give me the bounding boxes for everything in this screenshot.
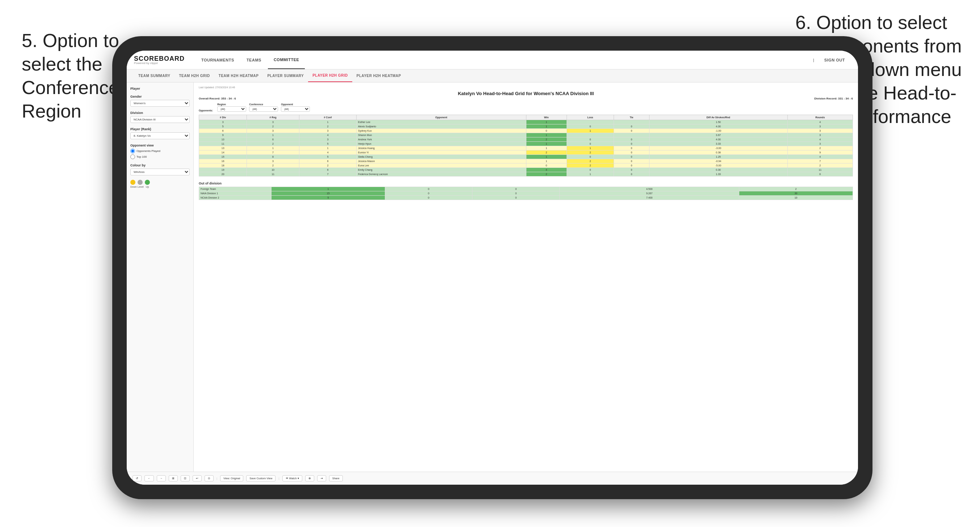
sidebar-colour-by-section: Colour by Win/loss — [130, 163, 190, 175]
player-rank-select[interactable]: 8. Katelyn Vo — [130, 132, 190, 139]
cell-tie: 0 — [614, 151, 649, 155]
logo-sub: Powered by clippd — [134, 62, 185, 65]
nav-tab-tournaments[interactable]: TOURNAMENTS — [196, 51, 240, 69]
cell-tie: 0 — [614, 142, 649, 146]
nav-tab-committee[interactable]: COMMITTEE — [268, 51, 305, 69]
division-record: Division Record: 331 - 34 - 6 — [814, 97, 853, 100]
toolbar-export[interactable]: ⊕ — [305, 475, 314, 481]
out-of-division-table: Foreign Team 1 0 0 4.500 2 NAIA Division… — [199, 187, 853, 200]
radio-opponents-played[interactable]: Opponents Played — [130, 149, 190, 153]
cell-rounds: 9 — [788, 151, 853, 155]
cell-opponent: Emily Chang — [356, 168, 527, 172]
cell-tie: 0 — [614, 146, 649, 151]
cell-rounds: 11 — [788, 168, 853, 172]
cell-reg: 2 — [247, 163, 299, 168]
cell-reg: 3 — [247, 120, 299, 124]
radio-top-100[interactable]: Top 100 — [130, 154, 190, 159]
cell-conf: 3 — [299, 137, 356, 142]
cell-diff: 7.400 — [560, 196, 739, 200]
cell-win: 1 — [272, 187, 385, 191]
dot-labels: Down Level Up — [130, 186, 190, 188]
cell-tie: 0 — [473, 196, 560, 200]
sub-nav-player-h2h-heatmap[interactable]: PLAYER H2H HEATMAP — [352, 70, 406, 82]
cell-conf: 1 — [299, 120, 356, 124]
cell-reg: 10 — [247, 168, 299, 172]
cell-opponent: NCAA Division 2 — [199, 196, 272, 200]
cell-win: 2 — [526, 137, 566, 142]
sub-nav-player-summary[interactable]: PLAYER SUMMARY — [263, 70, 308, 82]
col-header-reg: # Reg — [247, 115, 299, 120]
cell-opponent: Jessica Mason — [356, 159, 527, 163]
cell-loss: 0 — [566, 137, 614, 142]
table-row: NCAA Division 2 5 0 0 7.400 10 — [199, 196, 853, 200]
cell-conf: 1 — [299, 146, 356, 151]
toolbar-sep-1: | — [216, 477, 217, 480]
conference-filter-select[interactable]: (All) — [249, 106, 278, 112]
sub-nav-team-summary[interactable]: TEAM SUMMARY — [134, 70, 175, 82]
toolbar-back[interactable]: ← — [145, 475, 154, 481]
cell-rounds: 3 — [788, 129, 853, 133]
cell-conf: 2 — [299, 124, 356, 129]
opponent-filter-select[interactable]: (All) — [281, 106, 310, 112]
toolbar-undo[interactable]: ↺ — [132, 475, 142, 481]
sign-out-link[interactable]: Sign out — [819, 56, 851, 64]
cell-conf: 5 — [299, 155, 356, 159]
division-select[interactable]: NCAA Division III — [130, 116, 190, 123]
toolbar-grid[interactable]: ⊞ — [169, 475, 178, 481]
toolbar-share[interactable]: Share — [329, 475, 343, 481]
dot-up — [145, 180, 150, 185]
cell-rounds: 2 — [739, 187, 853, 191]
toolbar-sep-2: | — [278, 477, 279, 480]
toolbar-clock[interactable]: ⊙ — [205, 475, 213, 481]
out-of-division-title: Out of division — [199, 182, 853, 185]
cell-opponent: Foreign Team — [199, 187, 272, 191]
cell-loss: 0 — [566, 142, 614, 146]
toolbar-return[interactable]: ↩ — [192, 475, 202, 481]
cell-loss: 0 — [566, 168, 614, 172]
tablet-shell: SCOREBOARD Powered by clippd TOURNAMENTS… — [112, 36, 872, 499]
cell-opponent: Jessica Huang — [356, 146, 527, 151]
cell-rounds: 4 — [788, 120, 853, 124]
cell-rounds: 7 — [788, 159, 853, 163]
toolbar-layout[interactable]: ⊡ — [181, 475, 190, 481]
cell-conf: 5 — [299, 142, 356, 146]
toolbar-forward[interactable]: → — [157, 475, 166, 481]
record-row: Overall Record: 353 - 34 - 6 Division Re… — [199, 97, 853, 100]
cell-rounds: 4 — [788, 137, 853, 142]
table-row: 19 10 6 Emily Chang 4 0 0 0.30 11 — [199, 168, 853, 172]
cell-reg: 6 — [247, 137, 299, 142]
table-row: 3 3 1 Esther Lee 1 1.50 4 — [199, 120, 853, 124]
legend-up-label: Up — [145, 186, 150, 188]
cell-diff: 0.30 — [649, 168, 788, 172]
cell-div: 14 — [199, 151, 247, 155]
cell-diff: -0.94 — [649, 159, 788, 163]
sidebar-player-label: Player — [130, 87, 190, 90]
cell-tie: 0 — [614, 155, 649, 159]
opponents-label: Opponents: — [199, 109, 213, 112]
cell-conf: 4 — [299, 151, 356, 155]
sub-nav-player-h2h-grid[interactable]: PLAYER H2H GRID — [308, 70, 352, 82]
gender-select[interactable]: Women's — [130, 100, 190, 107]
toolbar-share-expand[interactable]: ⇥ — [317, 475, 326, 481]
cell-opponent: Andrea York — [356, 137, 527, 142]
cell-loss — [566, 133, 614, 137]
colour-by-select[interactable]: Win/loss — [130, 168, 190, 175]
cell-opponent: Esther Lee — [356, 120, 527, 124]
toolbar-watch[interactable]: 👁 Watch ▾ — [282, 475, 302, 481]
cell-win: 1 — [526, 120, 566, 124]
sub-nav-team-h2h-heatmap[interactable]: TEAM H2H HEATMAP — [214, 70, 263, 82]
sub-nav-team-h2h-grid[interactable]: TEAM H2H GRID — [175, 70, 214, 82]
update-info: Last Updated: 27/03/2024 10:46 — [199, 86, 853, 89]
sidebar-opponent-view-label: Opponent view — [130, 144, 190, 147]
cell-rounds: 4 — [788, 155, 853, 159]
region-filter-select[interactable]: (All) — [217, 106, 246, 112]
col-header-opponent: Opponent — [356, 115, 527, 120]
nav-tab-teams[interactable]: TEAMS — [241, 51, 267, 69]
header-right: | Sign out — [813, 56, 851, 64]
cell-win: 0 — [526, 163, 566, 168]
cell-div: 13 — [199, 146, 247, 151]
toolbar-view-original[interactable]: View: Original — [220, 475, 243, 481]
nav-tabs: TOURNAMENTS TEAMS COMMITTEE — [196, 51, 305, 69]
cell-conf: 3 — [299, 129, 356, 133]
toolbar-save-custom[interactable]: Save Custom View — [246, 475, 275, 481]
